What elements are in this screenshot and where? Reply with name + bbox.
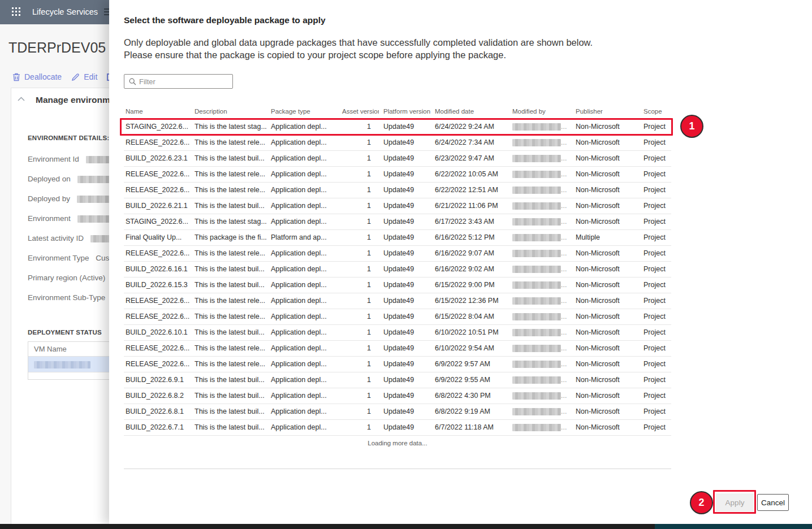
cell-name: RELEASE_2022.6.... — [124, 182, 190, 198]
cell-description: This is the latest rele... — [190, 135, 266, 150]
package-table-header-row: Name Description Package type Asset vers… — [124, 105, 671, 119]
cell-asset-version: 1 — [338, 135, 379, 150]
package-table-row[interactable]: RELEASE_2022.6.... This is the latest re… — [124, 356, 671, 372]
cell-name: STAGING_2022.6... — [124, 214, 190, 229]
package-table: Name Description Package type Asset vers… — [124, 105, 671, 436]
package-table-row[interactable]: RELEASE_2022.6.... This is the latest re… — [124, 340, 671, 356]
cell-scope: Project — [639, 150, 671, 166]
dialog-title: Select the software deployable package t… — [124, 15, 326, 25]
cell-modified-by: ... — [508, 166, 571, 182]
cell-asset-version: 1 — [338, 309, 379, 324]
cell-modified-by: ... — [508, 214, 571, 229]
environment-toolbar: Deallocate Edit — [12, 71, 114, 83]
redacted-modified-by — [512, 187, 561, 194]
cell-modified-by: ... — [508, 419, 571, 435]
cell-name: BUILD_2022.6.10.1 — [124, 324, 190, 340]
package-table-row[interactable]: STAGING_2022.6... This is the latest sta… — [124, 119, 671, 135]
cell-publisher: Non-Microsoft — [571, 261, 639, 277]
cell-asset-version: 1 — [338, 182, 379, 198]
cell-description: This is the latest buil... — [190, 324, 266, 340]
package-table-row[interactable]: STAGING_2022.6... This is the latest sta… — [124, 214, 671, 229]
cell-platform-version: Update49 — [379, 150, 430, 166]
package-table-row[interactable]: RELEASE_2022.6.... This is the latest re… — [124, 245, 671, 261]
cell-publisher: Non-Microsoft — [571, 150, 639, 166]
cell-publisher: Non-Microsoft — [571, 404, 639, 419]
package-table-row[interactable]: BUILD_2022.6.23.1 This is the latest bui… — [124, 150, 671, 166]
package-table-row[interactable]: BUILD_2022.6.9.1 This is the latest buil… — [124, 372, 671, 388]
cell-package-type: Application depl... — [266, 166, 338, 182]
deallocate-button[interactable]: Deallocate — [12, 72, 62, 81]
cell-scope: Project — [639, 198, 671, 214]
cell-modified-date: 6/16/2022 9:02 AM — [430, 261, 508, 277]
cell-package-type: Application depl... — [266, 419, 338, 435]
cell-package-type: Application depl... — [266, 245, 338, 261]
chevron-up-icon — [18, 97, 25, 101]
package-table-row[interactable]: RELEASE_2022.6.... This is the latest re… — [124, 166, 671, 182]
package-table-row[interactable]: Final Quality Up... This package is the … — [124, 229, 671, 245]
package-table-row[interactable]: BUILD_2022.6.8.2 This is the latest buil… — [124, 388, 671, 404]
bottom-taskbar — [0, 524, 812, 529]
cell-scope: Project — [639, 388, 671, 404]
filter-input[interactable] — [139, 77, 224, 86]
cell-asset-version: 1 — [338, 214, 379, 229]
cell-scope: Project — [639, 214, 671, 229]
cell-asset-version: 1 — [338, 419, 379, 435]
detail-deployed-by: Deployed by — [28, 194, 116, 205]
cell-publisher: Non-Microsoft — [571, 277, 639, 293]
package-table-row[interactable]: BUILD_2022.6.8.1 This is the latest buil… — [124, 404, 671, 419]
cell-description: This is the latest rele... — [190, 182, 266, 198]
package-table-row[interactable]: RELEASE_2022.6.... This is the latest re… — [124, 135, 671, 150]
redacted-modified-by — [512, 361, 561, 368]
redacted-modified-by — [512, 313, 561, 320]
package-table-row[interactable]: RELEASE_2022.6.... This is the latest re… — [124, 182, 671, 198]
package-table-row[interactable]: BUILD_2022.6.21.1 This is the latest bui… — [124, 198, 671, 214]
cell-description: This is the latest rele... — [190, 356, 266, 372]
cell-publisher: Non-Microsoft — [571, 135, 639, 150]
cell-platform-version: Update49 — [379, 245, 430, 261]
cell-modified-by: ... — [508, 372, 571, 388]
cell-package-type: Application depl... — [266, 356, 338, 372]
redacted-modified-by — [512, 281, 561, 289]
cell-asset-version: 1 — [338, 119, 379, 135]
cell-name: RELEASE_2022.6.... — [124, 356, 190, 372]
package-table-row[interactable]: BUILD_2022.6.7.1 This is the latest buil… — [124, 419, 671, 435]
cell-platform-version: Update49 — [379, 277, 430, 293]
cell-modified-date: 6/10/2022 9:54 AM — [430, 340, 508, 356]
cell-modified-date: 6/17/2022 3:43 AM — [430, 214, 508, 229]
cancel-button[interactable]: Cancel — [757, 494, 789, 511]
column-header-asset-version: Asset version — [338, 105, 379, 119]
cell-publisher: Non-Microsoft — [571, 356, 639, 372]
cell-description: This is the latest rele... — [190, 166, 266, 182]
cell-modified-date: 6/8/2022 4:30 PM — [430, 388, 508, 404]
package-table-row[interactable]: RELEASE_2022.6.... This is the latest re… — [124, 293, 671, 309]
apply-button[interactable]: Apply — [716, 493, 754, 511]
cell-asset-version: 1 — [338, 150, 379, 166]
redacted-modified-by — [512, 376, 561, 384]
cell-scope: Project — [639, 340, 671, 356]
cell-name: RELEASE_2022.6.... — [124, 245, 190, 261]
cell-platform-version: Update49 — [379, 404, 430, 419]
app-launcher-icon[interactable] — [12, 7, 21, 17]
cell-platform-version: Update49 — [379, 356, 430, 372]
redacted-modified-by — [512, 139, 561, 146]
package-table-row[interactable]: RELEASE_2022.6.... This is the latest re… — [124, 309, 671, 324]
cell-name: RELEASE_2022.6.... — [124, 340, 190, 356]
apply-package-dialog: Select the software deployable package t… — [109, 0, 812, 524]
cell-asset-version: 1 — [338, 372, 379, 388]
package-table-row[interactable]: BUILD_2022.6.10.1 This is the latest bui… — [124, 324, 671, 340]
cell-description: This is the latest buil... — [190, 261, 266, 277]
cell-platform-version: Update49 — [379, 166, 430, 182]
package-table-row[interactable]: BUILD_2022.6.15.3 This is the latest bui… — [124, 277, 671, 293]
cell-name: BUILD_2022.6.16.1 — [124, 261, 190, 277]
redacted-modified-by — [512, 218, 561, 226]
cell-modified-by: ... — [508, 229, 571, 245]
cell-asset-version: 1 — [338, 340, 379, 356]
package-table-row[interactable]: BUILD_2022.6.16.1 This is the latest bui… — [124, 261, 671, 277]
cell-publisher: Non-Microsoft — [571, 372, 639, 388]
redacted-modified-by — [512, 171, 561, 178]
redacted-modified-by — [512, 424, 561, 431]
cell-package-type: Application depl... — [266, 150, 338, 166]
edit-button[interactable]: Edit — [71, 72, 97, 81]
cell-name: BUILD_2022.6.15.3 — [124, 277, 190, 293]
app-title: Lifecycle Services — [32, 0, 98, 24]
